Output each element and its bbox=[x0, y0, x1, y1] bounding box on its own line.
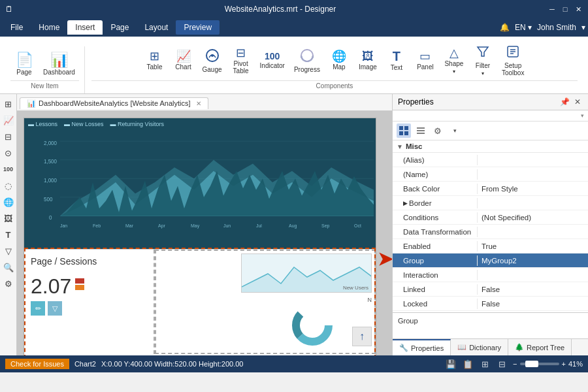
ribbon-btn-shape[interactable]: △ Shape▾ bbox=[440, 44, 468, 77]
properties-tab-icon: 🔧 bbox=[399, 344, 408, 352]
prop-row-group[interactable]: Group MyGroup2 bbox=[393, 253, 588, 268]
tool-table[interactable]: ⊟ bbox=[1, 129, 16, 144]
document-tab-bar: 📊 DashboardWebsiteAnalytics [Website Ana… bbox=[17, 94, 392, 111]
menu-insert[interactable]: Insert bbox=[67, 20, 103, 35]
prop-view-sorted[interactable] bbox=[414, 123, 428, 138]
metric-box: Page / Sessions 2.07 ✏ ▽ bbox=[24, 250, 155, 354]
tool-chart[interactable]: 📈 bbox=[1, 113, 16, 127]
ribbon-btn-progress[interactable]: Progress bbox=[290, 46, 324, 76]
tool-number[interactable]: 100 bbox=[1, 162, 16, 176]
prop-row-conditions: Conditions (Not Specified) bbox=[393, 210, 588, 225]
menu-file[interactable]: File bbox=[3, 20, 31, 35]
svg-text:Sep: Sep bbox=[321, 222, 329, 229]
svg-point-1 bbox=[211, 54, 214, 57]
ribbon-btn-chart[interactable]: 📈 Chart bbox=[170, 48, 197, 73]
zoom-slider[interactable] bbox=[520, 363, 559, 365]
zoom-in-icon[interactable]: ⊞ bbox=[479, 358, 491, 370]
menu-home[interactable]: Home bbox=[31, 20, 67, 35]
zoom-minus[interactable]: − bbox=[513, 360, 517, 368]
ribbon-btn-indicator[interactable]: 100 Indicator bbox=[256, 49, 289, 72]
dashboard-icon: 📊 bbox=[50, 53, 68, 67]
zoom-plus[interactable]: + bbox=[562, 360, 566, 368]
ribbon-btn-map[interactable]: 🌐 Map bbox=[325, 48, 353, 73]
language-selector[interactable]: EN ▾ bbox=[515, 23, 532, 32]
panel-pin-button[interactable]: 📌 bbox=[559, 97, 570, 107]
menu-bar: File Home Insert Page Layout Preview 🔔 E… bbox=[0, 18, 588, 37]
svg-rect-33 bbox=[399, 131, 403, 135]
close-button[interactable]: ✕ bbox=[574, 5, 583, 14]
tool-search[interactable]: 🔍 bbox=[1, 260, 16, 274]
prop-row-interaction: Interaction bbox=[393, 268, 588, 282]
canvas-area: 📊 DashboardWebsiteAnalytics [Website Ana… bbox=[17, 94, 392, 355]
tool-select[interactable]: ⊞ bbox=[1, 97, 16, 111]
menu-preview[interactable]: Preview bbox=[176, 20, 220, 35]
save-status-icon[interactable]: 💾 bbox=[445, 358, 457, 370]
restore-button[interactable]: □ bbox=[561, 5, 570, 14]
zoom-thumb[interactable] bbox=[525, 361, 538, 367]
notification-icon[interactable]: 🔔 bbox=[500, 23, 510, 32]
svg-text:1,500: 1,500 bbox=[44, 158, 57, 165]
prop-dropdown-btn[interactable]: ▾ bbox=[448, 123, 462, 138]
doc-tab-label: DashboardWebsiteAnalytics [Website Analy… bbox=[39, 99, 191, 107]
ribbon-btn-gauge[interactable]: Gauge bbox=[199, 46, 226, 76]
tool-text[interactable]: T bbox=[1, 227, 16, 242]
tab-dictionary[interactable]: 📖 Dictionary bbox=[451, 339, 508, 355]
dictionary-tab-icon: 📖 bbox=[457, 343, 466, 351]
ribbon-group-components: ⊞ Table 📈 Chart Gauge ⊟ PivotTable bbox=[86, 39, 583, 93]
chart-tab-label: Chart2 bbox=[74, 360, 96, 368]
copy-status-icon[interactable]: 📋 bbox=[462, 358, 474, 370]
canvas-body[interactable]: ▬ Lessons ▬ New Losses ▬ Returning Visit… bbox=[17, 111, 392, 355]
ribbon-btn-setup-toolbox[interactable]: SetupToolbox bbox=[498, 42, 528, 79]
ribbon-btn-panel[interactable]: ▭ Panel bbox=[412, 48, 439, 73]
prop-settings-button[interactable]: ⚙ bbox=[431, 123, 445, 138]
tab-report-tree[interactable]: 🌲 Report Tree bbox=[508, 339, 572, 355]
image-icon: 🖼 bbox=[362, 50, 374, 62]
tab-properties[interactable]: 🔧 Properties bbox=[393, 339, 451, 355]
tool-progress[interactable]: ◌ bbox=[1, 178, 16, 193]
ribbon-group-new-item: 📄 Page 📊 Dashboard New Item bbox=[5, 46, 85, 93]
check-issues-button[interactable]: Check for Issues bbox=[5, 359, 69, 369]
svg-text:Mar: Mar bbox=[125, 222, 133, 229]
new-item-label: New Item bbox=[10, 80, 79, 91]
left-toolbar: ⊞ 📈 ⊟ ⊙ 100 ◌ 🌐 🖼 T ▽ 🔍 ⚙ bbox=[0, 94, 17, 355]
tool-gauge[interactable]: ⊙ bbox=[1, 146, 16, 160]
dropdown-arrow: ▾ bbox=[581, 112, 584, 119]
user-menu-arrow[interactable]: ▾ bbox=[581, 23, 585, 32]
ribbon-btn-page[interactable]: 📄 Page bbox=[10, 50, 38, 78]
menu-layout[interactable]: Layout bbox=[137, 20, 176, 35]
metric-label: Page / Sessions bbox=[31, 256, 147, 267]
prop-category-dropdown[interactable]: ▾ bbox=[393, 110, 588, 122]
ribbon-btn-image[interactable]: 🖼 Image bbox=[354, 48, 382, 73]
mini-line-chart: New Users bbox=[241, 253, 372, 293]
ribbon-btn-pivot[interactable]: ⊟ PivotTable bbox=[227, 44, 255, 77]
metric-icons: ✏ ▽ bbox=[31, 301, 147, 316]
tool-map[interactable]: 🌐 bbox=[1, 195, 16, 209]
svg-rect-34 bbox=[404, 131, 408, 135]
tool-image[interactable]: 🖼 bbox=[1, 211, 16, 225]
properties-panel: Properties 📌 ✕ ▾ ⚙ ▾ ▼ bbox=[392, 94, 588, 355]
tool-filter[interactable]: ▽ bbox=[1, 244, 16, 258]
user-name[interactable]: John Smith bbox=[537, 23, 576, 32]
minimize-button[interactable]: ─ bbox=[547, 5, 557, 14]
svg-marker-4 bbox=[478, 47, 488, 56]
svg-text:Feb: Feb bbox=[93, 222, 101, 229]
progress-icon bbox=[300, 48, 314, 65]
ribbon: 📄 Page 📊 Dashboard New Item ⊞ Table 📈 bbox=[0, 37, 588, 94]
doc-tab-close[interactable]: ✕ bbox=[196, 100, 201, 107]
gauge-icon bbox=[205, 48, 220, 65]
document-tab[interactable]: 📊 DashboardWebsiteAnalytics [Website Ana… bbox=[20, 97, 208, 109]
ribbon-btn-dashboard[interactable]: 📊 Dashboard bbox=[39, 50, 79, 78]
tool-settings[interactable]: ⚙ bbox=[1, 276, 16, 291]
menu-page[interactable]: Page bbox=[103, 20, 137, 35]
app-icon: 🗒 bbox=[5, 5, 13, 14]
area-chart[interactable]: ▬ Lessons ▬ New Losses ▬ Returning Visit… bbox=[24, 118, 376, 249]
zoom-out-icon[interactable]: ⊟ bbox=[496, 358, 508, 370]
ribbon-btn-filter[interactable]: Filter▾ bbox=[469, 42, 497, 79]
panel-close-button[interactable]: ✕ bbox=[572, 97, 583, 107]
ribbon-btn-table[interactable]: ⊞ Table bbox=[141, 48, 169, 73]
components-label: Components bbox=[91, 80, 578, 91]
ribbon-btn-text[interactable]: T Text bbox=[383, 47, 410, 74]
prop-view-categorized[interactable] bbox=[397, 123, 411, 138]
shape-icon: △ bbox=[449, 47, 459, 59]
prop-row-linked: Linked False bbox=[393, 282, 588, 297]
